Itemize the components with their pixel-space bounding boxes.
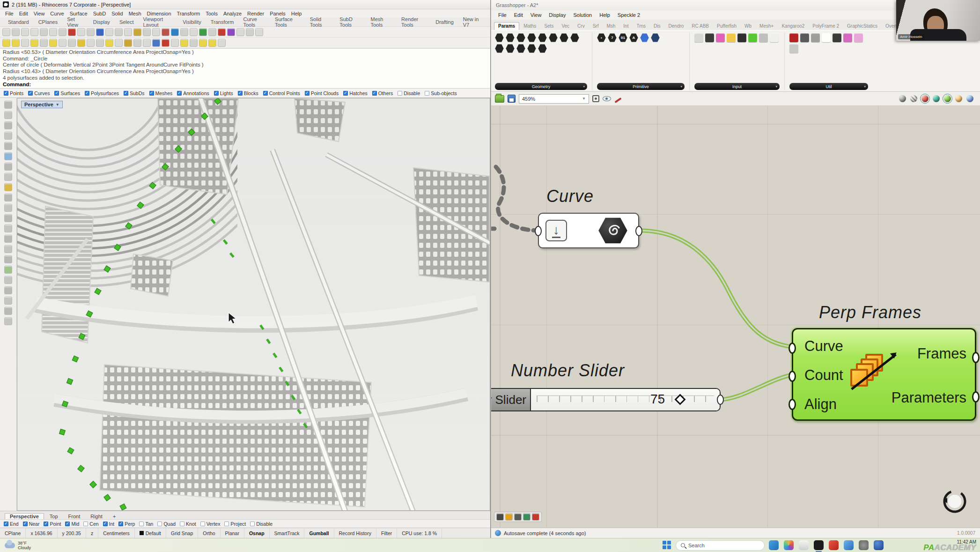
rhino-menu-item[interactable]: File xyxy=(3,11,16,16)
filter-checkbox[interactable] xyxy=(149,91,154,96)
palette-group-label[interactable]: Geometry xyxy=(495,83,587,90)
input-param-icon[interactable] xyxy=(694,33,703,42)
rhino-tool-icon[interactable] xyxy=(199,28,207,36)
mini-tool-icon[interactable] xyxy=(523,513,531,521)
filter-item[interactable]: Meshes xyxy=(149,90,173,96)
rhino-toolbar-tab[interactable]: SubD Tools xyxy=(335,16,365,28)
rhino-tool-icon[interactable] xyxy=(218,28,226,36)
rhino-tool-icon[interactable] xyxy=(68,39,76,47)
filter-checkbox[interactable] xyxy=(372,91,377,96)
status-toggle[interactable]: Planar xyxy=(221,528,244,538)
side-tool-icon[interactable] xyxy=(4,142,12,150)
rhino-tool-icon[interactable] xyxy=(236,28,244,36)
rhino-toolbar-tab[interactable]: Display xyxy=(89,19,114,25)
osnap-item[interactable]: Quad xyxy=(157,521,176,527)
rhino-menu-item[interactable]: Transform xyxy=(175,11,203,16)
rhino-menu-item[interactable]: Panels xyxy=(267,11,288,16)
osnap-checkbox[interactable] xyxy=(139,522,144,526)
curve-node[interactable]: ↓ xyxy=(538,213,639,248)
rhino-toolbar-tab[interactable]: Curve Tools xyxy=(239,16,270,28)
osnap-checkbox[interactable] xyxy=(250,522,255,526)
util-param-icon[interactable] xyxy=(800,33,809,42)
side-tool-icon[interactable] xyxy=(4,245,12,253)
taskbar-app-icon[interactable] xyxy=(799,540,809,550)
rhino-tool-icon[interactable] xyxy=(105,39,113,47)
rhino-tool-icon[interactable] xyxy=(180,28,188,36)
preview-eye-icon[interactable] xyxy=(603,96,611,101)
rhino-tool-icon[interactable] xyxy=(171,39,179,47)
side-tool-icon[interactable] xyxy=(4,276,12,284)
rhino-menu-item[interactable]: SubD xyxy=(91,11,109,16)
preview-gem-icon[interactable] xyxy=(899,95,906,102)
rhino-tool-icon[interactable] xyxy=(190,39,198,47)
rhino-toolbar-tab[interactable]: Select xyxy=(115,19,138,25)
rhino-tool-icon[interactable] xyxy=(2,39,10,47)
filter-checkbox[interactable] xyxy=(124,91,128,96)
status-segment[interactable]: y 200.35 xyxy=(58,528,86,538)
preview-gem-icon[interactable] xyxy=(955,95,962,102)
rhino-tool-icon[interactable] xyxy=(246,28,254,36)
side-tool-icon[interactable] xyxy=(4,101,12,109)
rhino-tool-icon[interactable] xyxy=(59,28,66,36)
osnap-checkbox[interactable] xyxy=(224,522,229,526)
side-tool-icon[interactable] xyxy=(4,297,12,305)
grasshopper-tab[interactable]: Params xyxy=(494,22,519,30)
filter-item[interactable]: Lights xyxy=(214,90,233,96)
filter-item[interactable]: Polysurfaces xyxy=(85,90,119,96)
rhino-command-history[interactable]: Radius <50.53> ( Diameter Orientation Ci… xyxy=(0,48,490,89)
side-tool-icon[interactable] xyxy=(4,317,12,325)
osnap-checkbox[interactable] xyxy=(65,522,70,526)
grasshopper-tab[interactable]: RC ABB xyxy=(688,22,713,30)
zoom-dropdown[interactable]: 459% ▼ xyxy=(519,94,589,104)
osnap-item[interactable]: Vertex xyxy=(200,521,221,527)
grasshopper-tab[interactable]: PolyFrame 2 xyxy=(809,22,843,30)
side-tool-icon[interactable] xyxy=(4,266,12,274)
taskbar-app-icon[interactable] xyxy=(844,540,854,550)
rhino-tool-icon[interactable] xyxy=(124,39,132,47)
rhino-toolbar-tab[interactable]: Solid Tools xyxy=(306,16,335,28)
perp-input-label[interactable]: Curve xyxy=(804,338,843,355)
canvas-compass-icon[interactable] xyxy=(940,486,970,516)
curve-output-nub[interactable] xyxy=(635,226,642,236)
filter-checkbox[interactable] xyxy=(214,91,219,96)
preview-gem-icon[interactable] xyxy=(944,95,951,102)
taskbar-app-icon[interactable] xyxy=(784,540,794,550)
primitive-param-icon[interactable] xyxy=(640,33,649,42)
save-file-icon[interactable] xyxy=(508,95,516,103)
input-param-icon[interactable] xyxy=(727,33,736,42)
rhino-tool-icon[interactable] xyxy=(255,28,263,36)
rhino-tool-icon[interactable] xyxy=(115,39,123,47)
rhino-toolbar-tab[interactable]: Render Tools xyxy=(397,16,430,28)
osnap-item[interactable]: Cen xyxy=(83,521,98,527)
side-tool-icon[interactable] xyxy=(4,194,12,201)
osnap-item[interactable]: Disable xyxy=(250,521,273,527)
grasshopper-tab[interactable]: Sets xyxy=(540,22,557,30)
grasshopper-tab[interactable]: Maths xyxy=(520,22,540,30)
primitive-param-icon[interactable] xyxy=(651,33,660,42)
viewport-tab[interactable]: Top xyxy=(45,514,63,519)
rhino-menu-item[interactable]: Render xyxy=(245,11,266,16)
input-param-icon[interactable] xyxy=(737,33,746,42)
status-segment[interactable]: Centimeters xyxy=(98,528,135,538)
perp-curve-input-nub[interactable] xyxy=(788,343,796,354)
taskbar-app-icon[interactable] xyxy=(769,540,779,550)
filter-item[interactable]: Disable xyxy=(398,90,420,96)
side-tool-icon[interactable] xyxy=(4,173,12,181)
grasshopper-tab[interactable]: GraphicStatics xyxy=(843,22,881,30)
perp-count-input-nub[interactable] xyxy=(788,371,796,382)
mini-tool-icon[interactable] xyxy=(496,513,504,521)
rhino-tool-icon[interactable] xyxy=(30,28,38,36)
filter-checkbox[interactable] xyxy=(425,91,429,96)
input-param-icon[interactable] xyxy=(759,33,768,42)
grasshopper-tab[interactable]: Wb xyxy=(741,22,755,30)
perp-frames-output-nub[interactable] xyxy=(972,352,980,363)
osnap-checkbox[interactable] xyxy=(44,522,48,526)
osnap-item[interactable]: Near xyxy=(23,521,40,527)
perp-output-label[interactable]: Frames xyxy=(917,345,966,362)
geometry-param-icon[interactable] xyxy=(527,33,536,42)
side-tool-icon[interactable] xyxy=(4,121,12,129)
rhino-tool-icon[interactable] xyxy=(77,39,85,47)
geometry-param-icon[interactable] xyxy=(527,44,536,53)
geometry-param-icon[interactable] xyxy=(570,33,579,42)
side-tool-icon[interactable] xyxy=(4,152,12,160)
